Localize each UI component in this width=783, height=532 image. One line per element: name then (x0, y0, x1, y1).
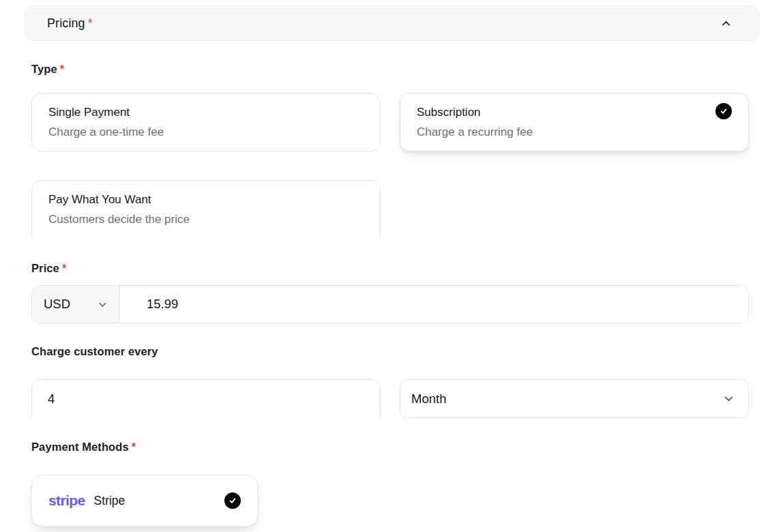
type-option-pay-what-you-want[interactable]: Pay What You Want Customers decide the p… (31, 180, 381, 239)
required-asterisk: * (132, 441, 136, 453)
payment-method-stripe[interactable]: stripe Stripe (31, 475, 258, 527)
option-title: Subscription (417, 106, 732, 119)
option-description: Charge a one-time fee (48, 125, 364, 139)
required-asterisk: * (62, 262, 67, 274)
price-label-text: Price (31, 262, 59, 274)
interval-unit-value: Month (411, 391, 446, 407)
type-option-subscription[interactable]: Subscription Charge a recurring fee (400, 93, 749, 151)
interval-label: Charge customer every (31, 345, 749, 358)
type-options-grid: Single Payment Charge a one-time fee Sub… (31, 93, 749, 239)
section-title: Pricing* (47, 16, 93, 31)
currency-value: USD (44, 297, 70, 312)
type-label-text: Type (31, 63, 57, 75)
payment-methods-label: Payment Methods* (31, 441, 749, 454)
interval-count-input[interactable] (31, 379, 381, 419)
chevron-down-icon (723, 393, 735, 404)
interval-row: Month (31, 379, 749, 419)
selected-check-icon (715, 103, 732, 119)
option-title: Pay What You Want (48, 193, 364, 207)
pricing-section-header[interactable]: Pricing* (25, 5, 760, 41)
payment-method-name: Stripe (94, 494, 125, 508)
pricing-form: Pricing* Type* Single Payment Charge a o… (0, 0, 783, 532)
currency-select[interactable]: USD (32, 286, 120, 323)
price-amount-input[interactable] (120, 286, 748, 323)
price-input-group: USD (31, 285, 749, 323)
interval-unit-select[interactable]: Month (400, 379, 749, 418)
chevron-up-icon[interactable] (720, 18, 732, 29)
option-description: Charge a recurring fee (417, 125, 732, 139)
stripe-logo: stripe (48, 492, 85, 509)
type-option-single-payment[interactable]: Single Payment Charge a one-time fee (31, 93, 381, 151)
selected-check-icon (224, 492, 241, 509)
type-label: Type* (31, 63, 749, 76)
type-option-clip: Pay What You Want Customers decide the p… (31, 180, 381, 239)
section-title-text: Pricing (47, 16, 85, 30)
interval-count-clip (31, 379, 381, 419)
required-asterisk: * (60, 63, 65, 75)
required-asterisk: * (88, 16, 93, 30)
option-description: Customers decide the price (48, 213, 364, 226)
payment-methods-label-text: Payment Methods (31, 441, 129, 453)
option-title: Single Payment (48, 106, 364, 119)
pricing-section-body: Type* Single Payment Charge a one-time f… (0, 63, 783, 527)
price-label: Price* (31, 262, 749, 275)
chevron-down-icon (98, 299, 108, 310)
